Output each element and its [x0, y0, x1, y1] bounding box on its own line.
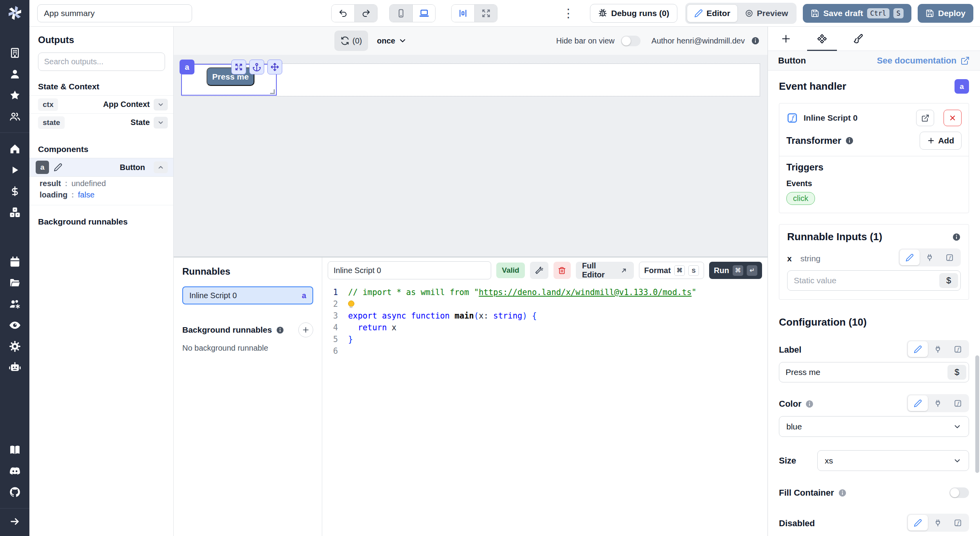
s-key-chip: S: [688, 265, 699, 276]
compute-mode-button[interactable]: ƒ: [948, 395, 968, 411]
workspace-icon[interactable]: [0, 42, 29, 63]
component-a-row[interactable]: a Button: [29, 158, 173, 177]
see-documentation-link[interactable]: See documentation: [877, 56, 970, 66]
chevron-up-icon[interactable]: [154, 161, 168, 173]
settings-gear-icon[interactable]: [0, 336, 29, 357]
docs-book-icon[interactable]: [0, 439, 29, 460]
label-value-input[interactable]: [779, 362, 969, 382]
app-summary-input[interactable]: [37, 4, 192, 22]
home-icon[interactable]: [0, 138, 29, 159]
resize-handle[interactable]: [270, 89, 275, 94]
static-mode-button[interactable]: [908, 395, 928, 411]
full-editor-button[interactable]: Full Editor: [576, 262, 634, 279]
variables-dollar-icon[interactable]: [0, 181, 29, 202]
code-editor[interactable]: 1// import * as wmill from "https://deno…: [322, 282, 768, 536]
editor-tab[interactable]: Editor: [687, 4, 738, 22]
static-mode-button[interactable]: [900, 250, 920, 265]
template-dollar-button[interactable]: $: [947, 365, 966, 380]
disabled-mode-toggle: ƒ: [907, 514, 969, 532]
remove-script-button[interactable]: [944, 110, 962, 126]
insert-component-tab[interactable]: [768, 27, 804, 51]
workers-robot-icon[interactable]: [0, 357, 29, 378]
info-icon[interactable]: [838, 489, 847, 497]
schedule-select[interactable]: once: [377, 36, 407, 45]
plug-icon: [926, 254, 934, 262]
discord-icon[interactable]: [0, 460, 29, 482]
outputs-panel: Outputs State & Context ctx App Context …: [29, 27, 174, 536]
hide-bar-toggle[interactable]: [621, 36, 641, 46]
component-settings-tab[interactable]: [804, 27, 840, 51]
mobile-view-button[interactable]: [390, 5, 412, 22]
app-sidebar: [0, 0, 29, 536]
styling-tab[interactable]: [840, 27, 876, 51]
audit-eye-icon[interactable]: [0, 315, 29, 336]
ai-assistant-button[interactable]: [530, 262, 548, 279]
add-transformer-button[interactable]: Add: [920, 132, 962, 150]
expand-handle[interactable]: [231, 60, 246, 74]
chevron-down-icon[interactable]: [154, 99, 168, 110]
compute-mode-button[interactable]: ƒ: [948, 515, 968, 531]
open-script-button[interactable]: [916, 110, 934, 126]
save-draft-button[interactable]: Save draft Ctrl S: [803, 4, 911, 23]
info-icon[interactable]: [751, 36, 760, 45]
format-button[interactable]: Format ⌘ S: [639, 262, 704, 279]
top-toolbar: ⋮ Debug runs (0) Editor Preview Save dra…: [29, 0, 980, 27]
color-select[interactable]: blue: [779, 416, 969, 437]
inline-script-item[interactable]: Inline Script 0 a: [182, 286, 313, 304]
static-mode-button[interactable]: [908, 515, 928, 531]
deploy-button[interactable]: Deploy: [918, 4, 973, 23]
info-icon[interactable]: [952, 233, 961, 241]
preview-tab[interactable]: Preview: [738, 9, 795, 18]
favorites-star-icon[interactable]: [0, 85, 29, 106]
pencil-icon[interactable]: [54, 163, 62, 172]
schedules-calendar-icon[interactable]: [0, 251, 29, 272]
more-menu-button[interactable]: ⋮: [559, 7, 578, 19]
component-id-tag[interactable]: a: [180, 60, 194, 74]
delete-script-button[interactable]: [554, 262, 571, 279]
chevron-down-icon[interactable]: [154, 117, 168, 129]
collapse-sidebar-arrow-icon[interactable]: [0, 511, 29, 532]
user-icon[interactable]: [0, 63, 29, 85]
redo-button[interactable]: [354, 5, 377, 22]
static-mode-button[interactable]: [908, 341, 928, 357]
debug-runs-button[interactable]: Debug runs (0): [590, 4, 677, 23]
windmill-logo-icon[interactable]: [7, 5, 22, 20]
state-row[interactable]: state State: [29, 113, 173, 131]
search-outputs-input[interactable]: [38, 53, 165, 71]
folders-icon[interactable]: [0, 272, 29, 293]
move-handle[interactable]: [267, 60, 282, 74]
desktop-view-button[interactable]: [412, 5, 435, 22]
undo-redo-group: [331, 4, 377, 22]
info-icon[interactable]: [805, 400, 814, 408]
anchor-handle[interactable]: [249, 60, 264, 74]
runs-play-icon[interactable]: [0, 159, 29, 181]
ctx-row[interactable]: ctx App Context: [29, 95, 173, 113]
info-icon[interactable]: [845, 136, 854, 145]
groups-users-gear-icon[interactable]: [0, 293, 29, 315]
center-layout-button[interactable]: [452, 5, 474, 22]
connect-mode-button[interactable]: [928, 341, 948, 357]
script-component-badge: a: [302, 291, 306, 300]
connect-mode-button[interactable]: [928, 515, 948, 531]
scrollbar-thumb[interactable]: [975, 355, 979, 473]
fill-container-toggle[interactable]: [949, 487, 969, 498]
undo-button[interactable]: [332, 5, 354, 22]
refresh-runnables-button[interactable]: (0): [334, 31, 368, 51]
connect-mode-button[interactable]: [928, 395, 948, 411]
compute-mode-button[interactable]: ƒ: [940, 250, 960, 265]
connect-mode-button[interactable]: [920, 250, 940, 265]
app-canvas[interactable]: a Press me: [174, 55, 768, 257]
info-icon[interactable]: [276, 326, 284, 334]
static-value-input[interactable]: [787, 270, 961, 291]
script-name-input[interactable]: [328, 261, 491, 279]
add-background-runnable-button[interactable]: [298, 322, 313, 337]
github-icon[interactable]: [0, 482, 29, 503]
run-button[interactable]: Run ⌘ ↵: [709, 262, 762, 279]
resources-boxes-icon[interactable]: [0, 202, 29, 223]
users-icon[interactable]: [0, 106, 29, 127]
full-width-layout-button[interactable]: [474, 5, 497, 22]
compute-mode-button[interactable]: ƒ: [948, 341, 968, 357]
press-me-button[interactable]: Press me: [207, 67, 254, 86]
size-select[interactable]: xs: [817, 450, 969, 471]
template-dollar-button[interactable]: $: [939, 273, 958, 288]
